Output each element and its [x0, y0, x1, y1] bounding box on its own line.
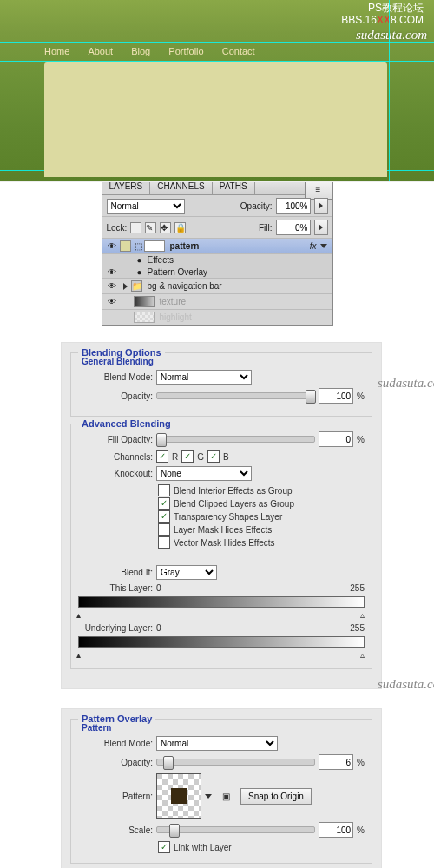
pattern-opacity-slider[interactable]	[156, 759, 315, 766]
visibility-icon[interactable]: 👁	[104, 241, 120, 251]
fx-expand-icon[interactable]	[320, 244, 327, 248]
watermark: sudasuta.com	[356, 28, 427, 43]
knockout-label: Knockout:	[78, 469, 153, 478]
scale-input[interactable]	[319, 822, 353, 838]
new-preset-icon[interactable]: ▣	[222, 792, 230, 801]
nav-portfolio[interactable]: Portfolio	[168, 46, 203, 56]
pattern-label: Pattern:	[78, 792, 153, 801]
scale-slider[interactable]	[156, 826, 315, 833]
this-layer-gradient[interactable]	[78, 596, 365, 608]
pattern-overlay-row[interactable]: 👁●Pattern Overlay	[102, 266, 332, 279]
fill-flyout-icon[interactable]	[314, 220, 328, 235]
effects-row[interactable]: ●Effects	[102, 254, 332, 266]
blending-options-dialog: Blending Options General Blending Blend …	[61, 342, 382, 689]
channel-b-checkbox[interactable]: ✓	[207, 450, 220, 463]
knockout-select[interactable]: None	[156, 466, 252, 481]
fx-icon[interactable]: fx	[310, 241, 317, 251]
lock-pixels-icon[interactable]: ✎	[145, 222, 156, 233]
channel-r-checkbox[interactable]: ✓	[156, 450, 168, 463]
layer-texture[interactable]: 👁 texture	[102, 294, 332, 310]
layer-name: pattern	[170, 241, 200, 251]
advanced-blending-title: Advanced Blending	[78, 418, 174, 429]
credit-line1: PS教程论坛	[341, 2, 424, 14]
blend-mode-label: Blend Mode:	[78, 739, 153, 748]
channels-label: Channels:	[78, 452, 153, 462]
nav-bar: Home About Blog Portfolio Contact	[44, 46, 271, 56]
nav-contact[interactable]: Contact	[222, 46, 255, 56]
scale-label: Scale:	[78, 825, 153, 835]
opacity-flyout-icon[interactable]	[314, 198, 328, 214]
dialog-title: Blending Options	[78, 347, 165, 358]
blendif-label: Blend If:	[78, 568, 153, 577]
opacity-input[interactable]	[276, 198, 311, 214]
pattern-subtitle: Pattern	[78, 723, 365, 733]
opacity-label: Opacity:	[78, 391, 153, 401]
fill-input[interactable]	[276, 220, 311, 235]
lock-label: Lock:	[107, 223, 128, 233]
visibility-icon[interactable]: 👁	[104, 281, 120, 291]
lock-position-icon[interactable]: ✥	[160, 222, 171, 233]
fill-label: Fill:	[259, 223, 273, 233]
credit-line2: BBS.16XX8.COM	[341, 14, 424, 26]
watermark: sudasuta.com	[378, 376, 434, 391]
opacity-label: Opacity:	[78, 758, 153, 767]
layer-pattern[interactable]: 👁 ⬚ pattern fx	[102, 239, 332, 254]
fill-opacity-label: Fill Opacity:	[78, 435, 153, 444]
watermark: sudasuta.com	[378, 677, 434, 692]
fill-opacity-slider[interactable]	[156, 436, 315, 443]
blend-mode-select[interactable]: Normal	[156, 370, 252, 385]
channel-g-checkbox[interactable]: ✓	[181, 450, 194, 463]
opt-vector-mask-hides[interactable]: Vector Mask Hides Effects	[158, 536, 365, 549]
content-box	[44, 62, 387, 177]
underlying-layer-gradient[interactable]	[78, 636, 365, 648]
opt-blend-clipped[interactable]: ✓Blend Clipped Layers as Group	[158, 497, 365, 510]
opt-transparency-shapes[interactable]: ✓Transparency Shapes Layer	[158, 510, 365, 523]
pattern-swatch[interactable]	[156, 773, 201, 819]
blend-mode-label: Blend Mode:	[78, 372, 153, 382]
blendif-select[interactable]: Gray	[156, 565, 217, 580]
pattern-picker-icon[interactable]	[205, 794, 212, 799]
pattern-blend-mode-select[interactable]: Normal	[156, 736, 278, 751]
opt-layer-mask-hides[interactable]: Layer Mask Hides Effects	[158, 523, 365, 536]
nav-home[interactable]: Home	[44, 46, 69, 56]
nav-about[interactable]: About	[88, 46, 113, 56]
pattern-overlay-title: Pattern Overlay	[78, 713, 155, 724]
design-preview: PS教程论坛 BBS.16XX8.COM sudasuta.com Home A…	[0, 0, 434, 182]
layers-panel: LAYERS CHANNELS PATHS ≡ Normal Opacity: …	[102, 178, 333, 326]
layer-highlight[interactable]: highlight	[102, 310, 332, 326]
layer-bg-nav[interactable]: 👁 📁 bg & navigation bar	[102, 279, 332, 294]
group-expand-icon[interactable]	[123, 283, 128, 290]
pattern-opacity-input[interactable]	[319, 754, 353, 770]
layer-name: bg & navigation bar	[148, 281, 222, 291]
opacity-input[interactable]	[319, 388, 353, 404]
nav-blog[interactable]: Blog	[131, 46, 150, 56]
general-blending-title: General Blending	[78, 357, 365, 366]
blend-mode-select[interactable]: Normal	[107, 199, 185, 214]
lock-transparency-icon[interactable]	[130, 222, 141, 233]
fill-opacity-input[interactable]	[319, 431, 353, 447]
source-credit: PS教程论坛 BBS.16XX8.COM	[341, 2, 424, 26]
opt-blend-interior[interactable]: Blend Interior Effects as Group	[158, 484, 365, 496]
opacity-label: Opacity:	[240, 201, 273, 211]
link-with-layer-checkbox[interactable]: ✓Link with Layer	[158, 841, 365, 853]
opacity-slider[interactable]	[156, 392, 315, 399]
lock-all-icon[interactable]: 🔒	[174, 222, 186, 233]
snap-to-origin-button[interactable]: Snap to Origin	[240, 788, 312, 805]
pattern-overlay-dialog: Pattern Overlay Pattern Blend Mode: Norm…	[61, 708, 382, 868]
